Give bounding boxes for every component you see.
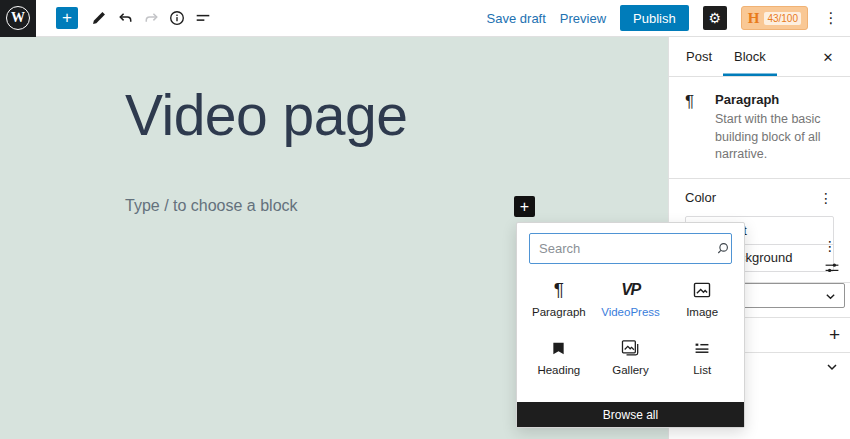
chevron-down-icon <box>825 291 836 302</box>
tab-post[interactable]: Post <box>675 37 723 76</box>
block-option-heading[interactable]: Heading <box>523 335 595 381</box>
block-option-paragraph[interactable]: ¶ Paragraph <box>523 277 595 323</box>
list-view-icon <box>194 9 212 27</box>
block-option-gallery[interactable]: Gallery <box>595 335 667 381</box>
settings-button[interactable]: ⚙ <box>703 6 727 30</box>
block-info-card: ¶ Paragraph Start with the basic buildin… <box>669 77 850 179</box>
block-grid: ¶ Paragraph VP VideoPress Image Heading <box>523 277 738 381</box>
more-vertical-icon: ⋮ <box>819 190 833 206</box>
headline-score-value: 43/100 <box>764 12 801 25</box>
paragraph-icon: ¶ <box>685 92 703 164</box>
details-button[interactable] <box>164 5 190 31</box>
gallery-icon <box>619 335 641 361</box>
close-sidebar-button[interactable]: ✕ <box>816 37 840 77</box>
edit-mode-button[interactable] <box>86 5 112 31</box>
toggle-block-inserter-button[interactable]: + <box>56 7 78 29</box>
redo-button[interactable] <box>138 5 164 31</box>
image-icon <box>691 277 713 303</box>
info-icon <box>168 9 186 27</box>
block-inserter-button[interactable]: + <box>514 196 535 217</box>
dimensions-add-button[interactable]: + <box>829 324 840 346</box>
undo-icon <box>116 9 135 28</box>
search-icon <box>715 241 730 256</box>
topbar-actions: Save draft Preview Publish ⚙ H 43/100 ⋮ <box>487 5 850 31</box>
block-card-description: Start with the basic building block of a… <box>715 111 834 164</box>
chevron-down-icon <box>826 361 838 373</box>
sidebar-tabs: Post Block ✕ <box>669 37 850 77</box>
block-label: Image <box>686 306 718 318</box>
tab-block[interactable]: Block <box>723 37 777 76</box>
headline-score-badge[interactable]: H 43/100 <box>741 6 808 30</box>
videopress-icon: VP <box>621 277 639 303</box>
block-label: Heading <box>537 364 580 376</box>
toolbar-tools <box>86 5 216 31</box>
block-label: Gallery <box>612 364 648 376</box>
block-inserter-popup: ¶ Paragraph VP VideoPress Image Heading <box>516 222 745 428</box>
color-panel-heading: Color <box>685 190 716 205</box>
gear-icon: ⚙ <box>708 6 721 30</box>
more-vertical-icon: ⋮ <box>824 9 839 26</box>
preview-button[interactable]: Preview <box>560 11 606 26</box>
list-view-button[interactable] <box>190 5 216 31</box>
heading-icon <box>551 335 566 361</box>
browse-all-button[interactable]: Browse all <box>517 402 744 427</box>
wordpress-editor: W + <box>0 0 850 439</box>
plus-icon: + <box>520 197 529 216</box>
block-label: VideoPress <box>601 306 660 318</box>
paragraph-placeholder[interactable]: Type / to choose a block <box>125 197 298 215</box>
options-menu-button[interactable]: ⋮ <box>822 9 840 27</box>
save-draft-button[interactable]: Save draft <box>487 11 546 26</box>
redo-icon <box>142 9 161 28</box>
search-box <box>529 233 732 264</box>
pencil-icon <box>90 9 108 27</box>
block-label: List <box>693 364 711 376</box>
headline-h-icon: H <box>748 10 760 27</box>
paragraph-icon: ¶ <box>554 277 564 303</box>
wordpress-w-icon: W <box>6 6 30 30</box>
typography-options-button[interactable]: ⋮ <box>822 238 838 254</box>
plus-icon: + <box>829 324 840 345</box>
empty-paragraph-block: Type / to choose a block + <box>125 195 535 217</box>
search-input[interactable] <box>539 241 715 256</box>
block-option-image[interactable]: Image <box>666 277 738 323</box>
block-option-list[interactable]: List <box>666 335 738 381</box>
close-icon: ✕ <box>823 50 834 65</box>
advanced-panel-toggle[interactable] <box>826 361 838 373</box>
publish-button[interactable]: Publish <box>620 5 689 31</box>
post-title[interactable]: Video page <box>125 82 545 148</box>
color-options-button[interactable]: ⋮ <box>818 190 834 206</box>
sliders-icon <box>824 260 840 276</box>
block-label: Paragraph <box>532 306 586 318</box>
list-icon <box>691 335 713 361</box>
block-option-videopress[interactable]: VP VideoPress <box>595 277 667 323</box>
plus-icon: + <box>62 8 72 28</box>
wordpress-logo[interactable]: W <box>0 0 36 37</box>
editor-topbar: W + <box>0 0 850 37</box>
undo-button[interactable] <box>112 5 138 31</box>
more-vertical-icon: ⋮ <box>823 238 837 254</box>
typography-settings-button[interactable] <box>824 260 840 276</box>
block-card-title: Paragraph <box>715 92 834 107</box>
